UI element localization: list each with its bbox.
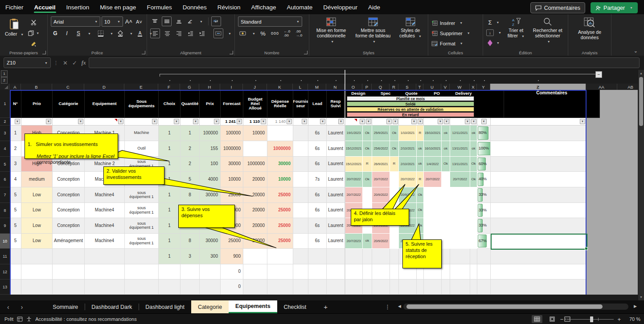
cell-milestone-4-status[interactable] <box>442 249 450 264</box>
cell-equipement[interactable]: Machine4 <box>85 234 125 249</box>
cell-categorie[interactable]: Aménagement <box>53 234 85 249</box>
cell-fournisseur[interactable] <box>293 218 308 234</box>
filter-cell-Y[interactable]: ▼ <box>477 118 491 126</box>
currency-icon[interactable] <box>238 29 247 38</box>
horizontal-scrollbar-thumb[interactable] <box>406 304 603 309</box>
filter-dropdown-icon[interactable]: ▼ <box>580 119 585 124</box>
add-sheet-button[interactable]: + <box>317 300 334 313</box>
cell-milestone-2-date[interactable] <box>372 249 390 264</box>
cell-equipement[interactable] <box>85 264 125 279</box>
column-header-I[interactable]: I <box>220 84 243 90</box>
column-header-P[interactable]: P <box>362 84 372 90</box>
cell-depense[interactable] <box>267 249 293 264</box>
callout-4-milestones[interactable]: 4. Définir les délais par jalon <box>351 209 409 226</box>
cell-no[interactable]: 1 <box>10 126 21 141</box>
cell-milestone-2-status[interactable]: Ok <box>390 126 399 141</box>
sheet-tab-checklist[interactable]: Checklist <box>277 300 313 313</box>
filter-cell-Z[interactable]: ▼ <box>491 118 587 126</box>
cell-budget[interactable]: 10000 <box>243 126 267 141</box>
cell-resp-suivi[interactable]: Laurent <box>327 234 345 249</box>
cell-commentaire[interactable] <box>491 141 587 157</box>
filter-dropdown-icon[interactable]: ▼ <box>287 119 292 124</box>
tab-overflow-icon[interactable]: ⋮ <box>385 300 390 313</box>
macro-record-icon[interactable] <box>17 316 23 322</box>
row-header-4[interactable]: 4 <box>0 141 10 157</box>
align-right-icon[interactable] <box>174 29 183 38</box>
cell-commentaire[interactable] <box>491 218 587 234</box>
cell-depense[interactable]: 10000 <box>267 172 293 187</box>
cell-depense[interactable]: 25000 <box>267 203 293 218</box>
cell-budget[interactable]: 20000 <box>243 218 267 234</box>
cell-choix[interactable]: 1 <box>159 218 180 234</box>
cell-resp-suivi[interactable]: Laurent <box>327 218 345 234</box>
cell-milestone-5-date[interactable]: 20/7/2022 <box>450 172 470 187</box>
cell-commentaire[interactable] <box>491 279 587 295</box>
row-header-3[interactable]: 3 <box>0 126 10 141</box>
cell-quantite[interactable]: 1 <box>180 126 200 141</box>
column-header-X[interactable]: X <box>470 84 477 90</box>
filter-dropdown-icon[interactable]: ▼ <box>78 119 83 124</box>
cell-commentaire[interactable] <box>491 249 587 264</box>
cell-progress[interactable] <box>477 279 491 295</box>
cell-choix[interactable]: 1 <box>159 187 180 203</box>
column-header-C[interactable]: C <box>52 84 84 90</box>
cell-choix[interactable] <box>159 279 180 295</box>
cell-quantite[interactable]: 2 <box>180 157 200 172</box>
analyze-data-button[interactable]: Analyse de données <box>571 16 608 49</box>
merge-center-icon[interactable] <box>213 28 223 38</box>
cell-forecast[interactable]: 10000 <box>221 172 243 187</box>
cell-sous-equipement[interactable]: Machine <box>125 126 159 141</box>
column-header-S[interactable]: S <box>398 84 416 90</box>
cell-milestone-1-date[interactable]: 20/7/2022 <box>345 172 363 187</box>
cell-quantite[interactable]: 2 <box>180 141 200 157</box>
callout-2-validate[interactable]: 2. Valider vos investissements <box>103 166 164 185</box>
cell-fournisseur[interactable] <box>293 126 308 141</box>
cell-prix[interactable] <box>200 264 221 279</box>
cell-sous-equipement[interactable]: sous équipement 1 <box>125 187 159 203</box>
cell-prio[interactable] <box>21 279 53 295</box>
select-all-corner[interactable] <box>0 84 9 90</box>
cell-no[interactable]: 5 <box>10 234 21 249</box>
cell-commentaire[interactable] <box>491 172 587 187</box>
cell-milestone-3-date[interactable] <box>399 279 417 295</box>
font-name-select[interactable]: Arial▼ <box>51 16 100 27</box>
filter-dropdown-icon[interactable]: ▼ <box>411 119 417 124</box>
cell-lead[interactable] <box>308 249 327 264</box>
filter-cell-milestone-5[interactable]: ▼▼ <box>450 118 477 126</box>
cell-milestone-1-date[interactable]: 20/7/2023 <box>345 234 363 249</box>
cell-budget[interactable] <box>243 141 267 157</box>
row-header-2[interactable]: 2 <box>0 118 10 126</box>
cell-milestone-4-date[interactable] <box>424 218 442 234</box>
cell-categorie[interactable]: Conception <box>53 218 85 234</box>
cell-milestone-1-status[interactable]: Ok <box>363 141 372 157</box>
cell-milestone-5-status[interactable] <box>470 234 477 249</box>
cell-prix[interactable]: 4000 <box>200 172 221 187</box>
cell-no[interactable]: 5 <box>10 187 21 203</box>
cell-choix[interactable]: 1 <box>159 249 180 264</box>
cell-sous-equipement[interactable] <box>125 279 159 295</box>
cell-styles-button[interactable]: Styles de cellules ▼ <box>396 16 425 49</box>
cell-milestone-3-status[interactable]: Ok <box>417 218 424 234</box>
cell-lead[interactable]: 6s <box>308 234 327 249</box>
thousands-separator-icon[interactable]: 000 <box>271 29 279 38</box>
cell-resp-suivi[interactable]: Laurent <box>327 141 345 157</box>
cell-milestone-1-date[interactable]: 15/12/2021 <box>345 141 363 157</box>
decrease-indent-icon[interactable] <box>186 29 195 38</box>
row-header-11[interactable]: 11 <box>0 249 10 264</box>
cell-fournisseur[interactable] <box>293 264 308 279</box>
cell-milestone-1-date[interactable] <box>345 279 363 295</box>
share-button[interactable]: Partager ▼ <box>591 2 638 13</box>
vertical-scrollbar[interactable]: ▲ ▼ <box>638 70 644 300</box>
cell-quantite[interactable] <box>180 264 200 279</box>
cell-prio[interactable]: Low <box>21 187 53 203</box>
borders-icon[interactable] <box>96 29 105 38</box>
column-header-A[interactable]: A <box>9 84 21 90</box>
cell-lead[interactable] <box>308 279 327 295</box>
cell-depense[interactable] <box>267 279 293 295</box>
cell-milestone-4-status[interactable] <box>442 203 450 218</box>
cell-prix[interactable]: 100 <box>200 157 221 172</box>
cell-milestone-4-date[interactable]: 16/10/2021 <box>424 141 442 157</box>
cell-milestone-2-status[interactable] <box>390 264 399 279</box>
column-header-N[interactable]: N <box>326 84 345 90</box>
increase-font-icon[interactable]: A˄ <box>124 17 133 26</box>
